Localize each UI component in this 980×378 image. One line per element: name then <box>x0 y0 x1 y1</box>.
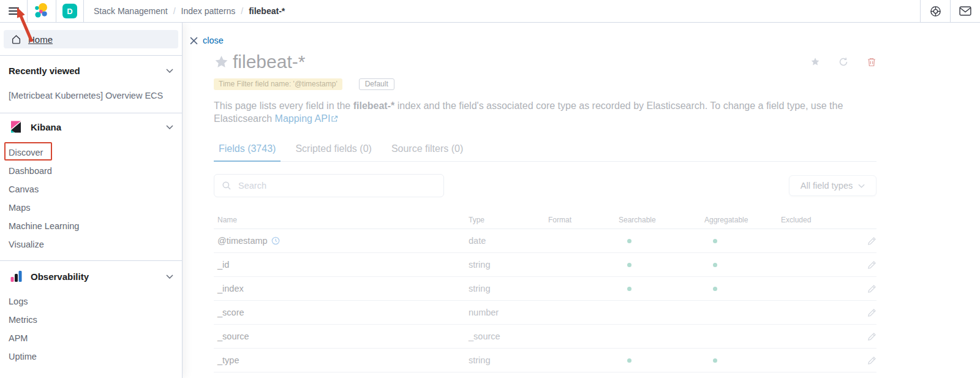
tab-scripted-fields[interactable]: Scripted fields (0) <box>290 143 377 161</box>
dimmed-panel: filebeat-* <box>214 51 876 372</box>
mapping-api-link[interactable]: Mapping API <box>275 113 331 124</box>
observability-logo-icon <box>9 269 23 284</box>
help-icon <box>930 6 941 17</box>
field-name: @timestamp <box>217 236 469 246</box>
field-searchable <box>619 263 704 267</box>
close-icon <box>190 37 198 45</box>
top-bar: D Stack Management / Index patterns / fi… <box>0 0 980 23</box>
edit-field-button[interactable] <box>867 236 876 246</box>
sidebar-home-label: Home <box>28 34 53 45</box>
search-input[interactable] <box>237 180 436 191</box>
sidebar-item-canvas[interactable]: Canvas <box>0 180 182 198</box>
sidebar-item-logs[interactable]: Logs <box>0 292 182 311</box>
section-title: Kibana <box>31 122 61 132</box>
section-title: Observability <box>31 271 89 282</box>
searchable-dot <box>627 263 631 267</box>
table-header-row: Name Type Format Searchable Aggregatable… <box>214 211 876 229</box>
divider <box>0 260 182 261</box>
default-badge: Default <box>359 78 394 90</box>
space-badge: D <box>62 4 77 18</box>
col-searchable: Searchable <box>619 216 704 224</box>
field-type: string <box>469 260 548 270</box>
pencil-icon <box>867 308 876 317</box>
time-filter-badge: Time Filter field name: '@timestamp' <box>214 78 342 90</box>
tab-fields[interactable]: Fields (3743) <box>214 143 281 162</box>
field-searchable <box>619 239 704 243</box>
searchable-dot <box>627 287 631 291</box>
page-description: This page lists every field in the fileb… <box>214 99 846 125</box>
page-title: filebeat-* <box>233 51 305 73</box>
field-aggregatable <box>704 239 781 243</box>
divider <box>0 55 182 56</box>
recent-item-metricbeat-overview[interactable]: [Metricbeat Kubernetes] Overview ECS <box>0 89 182 102</box>
aggregatable-dot <box>713 287 717 291</box>
tab-source-filters[interactable]: Source filters (0) <box>386 143 468 161</box>
table-row: _source_source <box>214 325 876 349</box>
table-row: _idstring <box>214 253 876 277</box>
col-name: Name <box>217 216 469 224</box>
edit-field-button[interactable] <box>867 356 876 365</box>
pencil-icon <box>867 284 876 293</box>
table-row: _typestring <box>214 349 876 372</box>
time-field-icon <box>271 236 280 245</box>
external-link-icon <box>331 115 338 123</box>
sidebar-item-discover[interactable]: Discover <box>0 143 182 162</box>
field-table-body: @timestampdate_idstring_indexstring_scor… <box>214 229 876 372</box>
field-name: _index <box>217 284 469 293</box>
index-name-bold: filebeat-* <box>353 100 395 111</box>
field-name: _id <box>217 260 469 270</box>
chevron-down-icon[interactable] <box>166 274 173 279</box>
pencil-icon <box>867 236 876 246</box>
set-default-button[interactable] <box>810 57 820 67</box>
col-aggregatable: Aggregatable <box>704 216 781 224</box>
field-searchable <box>619 358 704 363</box>
star-icon <box>214 55 229 70</box>
col-excluded: Excluded <box>781 216 832 224</box>
sidebar-item-maps[interactable]: Maps <box>0 198 182 217</box>
elastic-logo-button[interactable] <box>28 0 56 22</box>
sidebar-item-machine-learning[interactable]: Machine Learning <box>0 217 182 235</box>
sidebar-item-dashboard[interactable]: Dashboard <box>0 162 182 180</box>
menu-button[interactable] <box>0 0 27 22</box>
field-type: number <box>469 308 548 317</box>
menu-icon <box>9 7 19 15</box>
sidebar-item-apm[interactable]: APM <box>0 329 182 347</box>
edit-field-button[interactable] <box>867 284 876 293</box>
newsfeed-button[interactable] <box>951 0 980 22</box>
aggregatable-dot <box>713 358 717 363</box>
delete-button[interactable] <box>867 57 876 67</box>
sidebar-item-home[interactable]: Home <box>4 30 178 48</box>
search-box <box>214 174 444 197</box>
close-button[interactable]: close <box>190 36 224 45</box>
sidebar-item-metrics[interactable]: Metrics <box>0 311 182 329</box>
field-type: string <box>469 284 548 293</box>
aggregatable-dot <box>713 239 717 243</box>
field-types-dropdown[interactable]: All field types <box>789 175 876 196</box>
home-icon <box>11 34 21 45</box>
main-content: close filebeat-* <box>183 23 980 378</box>
close-label: close <box>203 36 224 45</box>
field-type: string <box>469 355 548 365</box>
breadcrumb: Stack Management / Index patterns / file… <box>94 6 285 16</box>
nav-flyout: Home Recently viewed [Metricbeat Kuberne… <box>0 23 183 378</box>
breadcrumb-stack-management[interactable]: Stack Management <box>94 6 168 16</box>
search-icon <box>222 181 232 191</box>
chevron-down-icon[interactable] <box>166 69 173 73</box>
sidebar-item-visualize[interactable]: Visualize <box>0 235 182 254</box>
field-searchable <box>619 287 704 291</box>
chevron-down-icon <box>858 184 865 188</box>
space-selector[interactable]: D <box>56 0 83 22</box>
field-name: _source <box>217 331 469 341</box>
edit-field-button[interactable] <box>867 332 876 341</box>
field-type: date <box>469 236 548 246</box>
section-kibana: Kibana <box>0 117 182 137</box>
sidebar-item-uptime[interactable]: Uptime <box>0 347 182 366</box>
edit-field-button[interactable] <box>867 308 876 317</box>
refresh-icon <box>839 57 848 67</box>
help-button[interactable] <box>921 0 950 22</box>
refresh-button[interactable] <box>839 57 848 67</box>
breadcrumb-index-patterns[interactable]: Index patterns <box>181 6 236 16</box>
field-type: _source <box>469 331 548 341</box>
edit-field-button[interactable] <box>867 260 876 270</box>
chevron-down-icon[interactable] <box>166 125 173 129</box>
